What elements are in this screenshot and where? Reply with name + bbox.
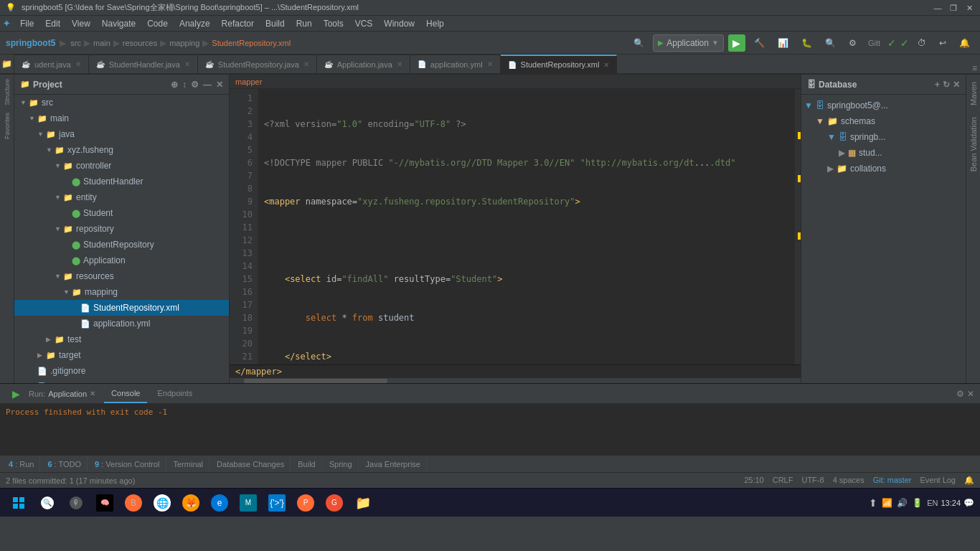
tree-item-studentrepository[interactable]: ⬤StudentRepository <box>14 237 229 253</box>
tool-db-changes[interactable]: Database Changes <box>211 456 291 472</box>
tool-build[interactable]: Build <box>292 456 321 472</box>
tab-close-1[interactable]: ✕ <box>75 60 81 68</box>
menu-file[interactable]: File <box>14 17 39 30</box>
time-display[interactable]: 13:24 <box>941 499 961 507</box>
tree-item-java[interactable]: ▼📁java <box>14 126 229 142</box>
db-hide-btn[interactable]: ✕ <box>953 80 960 90</box>
tree-item-xyz.fusheng[interactable]: ▼📁xyz.fusheng <box>14 142 229 158</box>
db-refresh-btn[interactable]: ↻ <box>943 80 950 90</box>
menu-navigate[interactable]: Navigate <box>96 17 141 30</box>
tab-application-java[interactable]: ☕ Application.java ✕ <box>317 55 410 73</box>
scrollbar-thumb[interactable] <box>244 379 387 383</box>
taskbar-folder-btn[interactable]: 📁 <box>350 490 376 516</box>
build-btn[interactable]: 🔨 <box>750 34 769 52</box>
tree-item-test[interactable]: ▶📁test <box>14 331 229 347</box>
cursor-position[interactable]: 25:10 <box>744 476 764 485</box>
tab-udent-java[interactable]: ☕ udent.java ✕ <box>14 55 89 73</box>
tab-studentrepository-xml[interactable]: 📄 StudentRepository.xml ✕ <box>501 55 618 73</box>
tree-item-student[interactable]: ⬤Student <box>14 205 229 221</box>
db-tree-springb[interactable]: ▼ 🗄 springb... <box>801 129 966 145</box>
menu-refactor[interactable]: Refactor <box>216 17 260 30</box>
left-tab-structure[interactable]: Structure <box>4 76 11 108</box>
menu-analyze[interactable]: Analyze <box>174 17 216 30</box>
battery-icon[interactable]: 🔋 <box>912 498 923 508</box>
menu-window[interactable]: Window <box>378 17 420 30</box>
db-tree-item-springboot5[interactable]: ▼ 🗄 springboot5@... <box>801 98 966 113</box>
tree-item-pom.xml[interactable]: 📄pom.xml <box>14 379 229 383</box>
tree-item-controller[interactable]: ▼📁controller <box>14 158 229 174</box>
tab-close-4[interactable]: ✕ <box>397 60 402 68</box>
tab-close-2[interactable]: ✕ <box>184 60 190 68</box>
run-settings-btn[interactable]: ⚙ <box>956 389 964 399</box>
keyboard-icon[interactable]: EN <box>927 499 938 507</box>
sidebar-settings-btn[interactable]: ⚙ <box>191 80 199 90</box>
tree-item-src[interactable]: ▼📁src <box>14 95 229 110</box>
run-config-dropdown[interactable]: ▼ <box>712 39 719 47</box>
menu-code[interactable]: Code <box>141 17 174 30</box>
sidebar-locate-btn[interactable]: ⊕ <box>171 80 178 90</box>
tool-spring[interactable]: Spring <box>324 456 359 472</box>
vert-tab-maven[interactable]: Maven <box>968 77 979 110</box>
db-tree-stud[interactable]: ▶ ▦ stud... <box>801 145 966 161</box>
run-button[interactable]: ▶ <box>728 34 745 52</box>
taskbar-cortana-btn[interactable]: 🎙 <box>63 490 89 516</box>
maximize-button[interactable]: ❐ <box>948 3 958 13</box>
tool-java-enterprise[interactable]: Java Enterprise <box>360 456 427 472</box>
taskbar-chrome-btn[interactable]: 🌐 <box>149 490 175 516</box>
tree-item-main[interactable]: ▼📁main <box>14 110 229 126</box>
sidebar-scroll-btn[interactable]: ↕ <box>182 80 187 90</box>
db-tree-schemas[interactable]: ▼ 📁 schemas <box>801 113 966 129</box>
run-play-btn[interactable]: ▶ <box>9 387 23 401</box>
event-log-btn[interactable]: Event Log <box>920 476 956 485</box>
tree-item-entity[interactable]: ▼📁entity <box>14 189 229 205</box>
debug-btn[interactable]: 🐛 <box>797 34 816 52</box>
tree-item-application[interactable]: ⬤Application <box>14 253 229 268</box>
coverage-btn[interactable]: 📊 <box>773 34 793 52</box>
git-history-btn[interactable]: ⏱ <box>913 34 930 52</box>
taskbar-edge-btn[interactable]: e <box>207 490 232 516</box>
tool-terminal[interactable]: Terminal <box>168 456 210 472</box>
run-tab-console[interactable]: Console <box>104 385 147 403</box>
run-config-selector[interactable]: ▶ Application ▼ <box>653 34 724 52</box>
tree-item-repository[interactable]: ▼📁repository <box>14 221 229 237</box>
menu-tools[interactable]: Tools <box>318 17 349 30</box>
indent-status[interactable]: 4 spaces <box>833 476 864 485</box>
menu-run[interactable]: Run <box>291 17 318 30</box>
minimize-button[interactable]: — <box>933 3 943 13</box>
tree-item-studentrepository.xml[interactable]: 📄StudentRepository.xml <box>14 300 229 316</box>
taskbar-vscode-btn[interactable]: {'>'} <box>264 490 290 516</box>
volume-icon[interactable]: 🔊 <box>897 498 908 508</box>
run-hide-btn[interactable]: ✕ <box>967 389 974 399</box>
sidebar-collapse-btn[interactable]: — <box>203 80 212 90</box>
tree-item-resources[interactable]: ▼📁resources <box>14 268 229 284</box>
tab-studenthandler[interactable]: ☕ StudentHandler.java ✕ <box>89 55 198 73</box>
sidebar-hide-btn[interactable]: ✕ <box>216 80 223 90</box>
db-tree-collations[interactable]: ▶ 📁 collations <box>801 161 966 176</box>
search-btn[interactable]: 🔍 <box>821 34 840 52</box>
tree-item-.gitignore[interactable]: 📄.gitignore <box>14 363 229 379</box>
taskbar-brave-btn[interactable]: B <box>121 490 146 516</box>
db-add-btn[interactable]: + <box>935 80 940 90</box>
tool-todo[interactable]: 6 : TODO <box>42 456 88 472</box>
encoding-status[interactable]: UTF-8 <box>801 476 824 485</box>
tab-studentrepository-java[interactable]: ☕ StudentRepository.java ✕ <box>198 55 317 73</box>
notifications-btn[interactable]: 🔔 <box>955 34 974 52</box>
tab-close-3[interactable]: ✕ <box>303 60 309 68</box>
tab-list-btn[interactable]: ≡ <box>972 63 977 73</box>
horizontal-scrollbar[interactable] <box>230 377 801 383</box>
tool-version-control[interactable]: 9 : Version Control <box>89 456 166 472</box>
notifications-icon[interactable]: 🔔 <box>964 476 974 485</box>
taskbar-firefox-btn[interactable]: 🦊 <box>178 490 204 516</box>
taskbar-start-btn[interactable] <box>6 490 32 516</box>
project-tree-toggle[interactable]: 📁 <box>0 55 14 73</box>
tab-close-5[interactable]: ✕ <box>487 60 493 68</box>
tree-item-mapping[interactable]: ▼📁mapping <box>14 284 229 300</box>
code-content[interactable]: <?xml version="1.0" encoding="UTF-8" ?> … <box>258 89 795 364</box>
menu-edit[interactable]: Edit <box>39 17 66 30</box>
menu-help[interactable]: Help <box>420 17 450 30</box>
git-branch-status[interactable]: Git: master <box>873 476 912 485</box>
close-button[interactable]: ✕ <box>964 3 974 13</box>
menu-vcs[interactable]: VCS <box>349 17 379 30</box>
line-ending[interactable]: CRLF <box>773 476 793 485</box>
run-tab-endpoints[interactable]: Endpoints <box>150 385 199 403</box>
